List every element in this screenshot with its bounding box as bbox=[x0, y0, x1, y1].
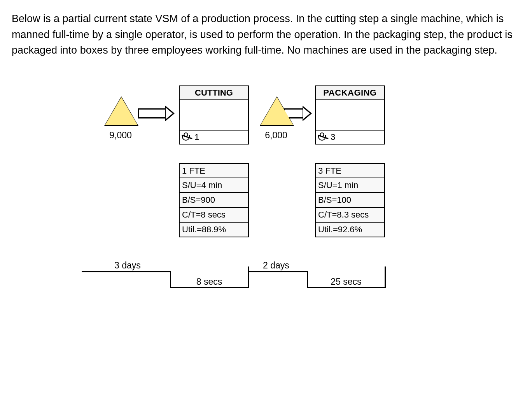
cutting-data-row: C/T=8 secs bbox=[180, 208, 248, 223]
packaging-operator-count: 3 bbox=[331, 132, 335, 142]
inventory-qty-1: 9,000 bbox=[97, 130, 144, 141]
timeline-line bbox=[307, 287, 386, 288]
question-text: Below is a partial current state VSM of … bbox=[12, 11, 517, 58]
timeline-va-1: 8 secs bbox=[190, 277, 229, 287]
packaging-data-row: B/S=100 bbox=[316, 193, 384, 208]
cutting-data-row: S/U=4 min bbox=[180, 178, 248, 193]
timeline-lead-1: 3 days bbox=[108, 260, 147, 271]
packaging-data-row: Util.=92.6% bbox=[316, 223, 384, 237]
packaging-data-row: 3 FTE bbox=[316, 164, 384, 179]
timeline-line bbox=[82, 271, 171, 272]
process-packaging-title: PACKAGING bbox=[316, 86, 384, 100]
cutting-data-box: 1 FTE S/U=4 min B/S=900 C/T=8 secs Util.… bbox=[179, 163, 249, 237]
packaging-data-row: C/T=8.3 secs bbox=[316, 208, 384, 223]
cutting-data-row: Util.=88.9% bbox=[180, 223, 248, 237]
timeline-lead-2: 2 days bbox=[257, 260, 296, 271]
timeline-line bbox=[307, 271, 308, 288]
process-cutting: CUTTING 1 bbox=[179, 85, 249, 145]
push-arrow-1 bbox=[138, 106, 175, 121]
process-packaging: PACKAGING 3 bbox=[315, 85, 385, 145]
timeline-line bbox=[248, 266, 249, 288]
vsm-diagram: 9,000 CUTTING 1 1 FTE S/U=4 min B/S=900 … bbox=[89, 85, 471, 299]
timeline-line bbox=[170, 271, 171, 288]
process-cutting-title: CUTTING bbox=[180, 86, 248, 100]
timeline-line bbox=[385, 266, 386, 288]
cutting-operator-row: 1 bbox=[180, 131, 248, 144]
packaging-data-box: 3 FTE S/U=1 min B/S=100 C/T=8.3 secs Uti… bbox=[315, 163, 385, 237]
timeline-line bbox=[248, 271, 308, 272]
timeline-va-2: 25 secs bbox=[327, 277, 366, 287]
cutting-data-row: B/S=900 bbox=[180, 193, 248, 208]
packaging-data-row: S/U=1 min bbox=[316, 178, 384, 193]
operator-icon bbox=[318, 135, 326, 141]
cutting-operator-count: 1 bbox=[194, 132, 199, 142]
inventory-qty-2: 6,000 bbox=[253, 130, 299, 141]
inventory-triangle-1 bbox=[105, 97, 138, 125]
packaging-operator-row: 3 bbox=[316, 131, 384, 144]
timeline-line bbox=[170, 287, 249, 288]
cutting-data-row: 1 FTE bbox=[180, 164, 248, 179]
operator-icon bbox=[182, 135, 190, 141]
inventory-triangle-2 bbox=[261, 97, 293, 125]
